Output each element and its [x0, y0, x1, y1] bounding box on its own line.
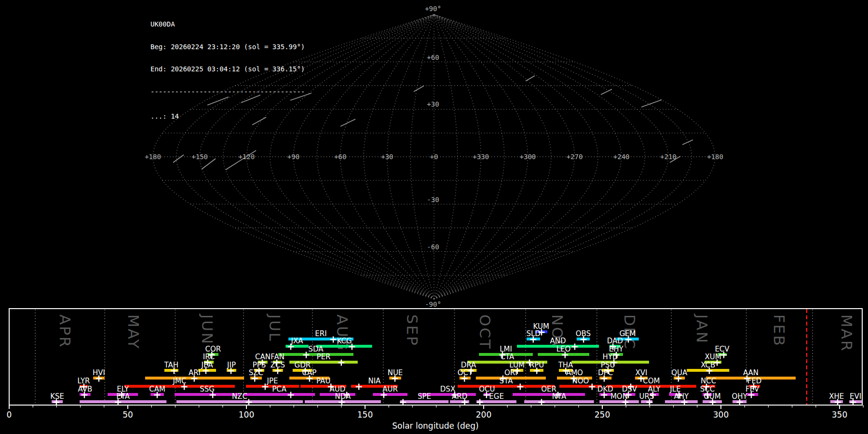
- meteor-streak: [414, 86, 424, 92]
- shower-label-NIA: NIA: [368, 377, 381, 385]
- info-header: UK00DA Beg: 20260224 23:12:20 (sol = 335…: [150, 6, 305, 128]
- equator-longitude-label: +150: [191, 153, 208, 161]
- axis-tick-label: 150: [357, 410, 373, 420]
- peak-marker-AND: [571, 344, 578, 350]
- shower-label-XHE: XHE: [829, 392, 844, 401]
- shower-label-QUA: QUA: [671, 368, 688, 377]
- month-label-sep: SEP: [404, 314, 421, 347]
- shower-label-AAN: AAN: [743, 368, 759, 377]
- shower-label-FED: FED: [747, 377, 762, 385]
- latitude-label: -60: [427, 243, 439, 251]
- peak-marker-EGE: [477, 399, 483, 406]
- peak-marker-NIA: [356, 384, 362, 390]
- equator-longitude-label: +210: [660, 153, 677, 161]
- shower-label-DPC: DPC: [598, 368, 613, 377]
- meteor-streak: [340, 119, 355, 126]
- meteor-streak: [682, 140, 693, 145]
- shower-label-AHY: AHY: [674, 392, 689, 401]
- shower-label-STA: STA: [500, 377, 514, 385]
- month-label-feb: FEB: [771, 314, 788, 347]
- shower-label-EGE: EGE: [489, 392, 504, 401]
- shower-label-EVI: EVI: [850, 392, 861, 401]
- month-label-oct: OCT: [476, 314, 494, 350]
- equator-longitude-label: +180: [145, 153, 161, 161]
- shower-label-XUM: XUM: [705, 353, 721, 361]
- shower-label-JPE: JPE: [267, 377, 278, 385]
- axis-tick-label: 50: [122, 410, 133, 420]
- peak-marker-NTA: [539, 399, 545, 406]
- axis-tick-label: 350: [832, 410, 847, 420]
- meteor-streak: [641, 100, 662, 107]
- shower-label-FAN: FAN: [271, 353, 285, 361]
- shower-label-NOO: NOO: [572, 377, 589, 385]
- begin-time-line: Beg: 20260224 23:12:20 (sol = 335.99°): [150, 43, 305, 51]
- month-label-jul: JUL: [266, 313, 284, 342]
- shower-label-AND: AND: [550, 337, 566, 345]
- activity-timeline: APRMAYJUNJULAUGSEPOCTNOVDECJANFEBMARKUME…: [7, 309, 864, 431]
- month-label-mar: MAR: [838, 314, 855, 353]
- equator-longitude-label: +240: [613, 153, 630, 161]
- peak-marker-NOO: [589, 384, 595, 390]
- peak-marker-PCA: [288, 392, 294, 398]
- shower-label-NTA: NTA: [552, 392, 567, 401]
- shower-label-DAD: DAD: [607, 337, 623, 345]
- shower-label-SZC: SZC: [249, 368, 263, 377]
- equator-longitude-label: +180: [707, 153, 723, 161]
- month-label-may: MAY: [125, 314, 142, 350]
- shower-label-HYD: HYD: [603, 353, 618, 361]
- shower-label-NZC: NZC: [232, 392, 247, 401]
- shower-label-AUR: AUR: [382, 385, 398, 393]
- latitude-label: +30: [427, 100, 439, 108]
- equator-longitude-label: +0: [430, 153, 438, 161]
- shower-label-URS: URS: [639, 392, 654, 401]
- shower-label-XCB: XCB: [701, 361, 715, 369]
- month-label-jan: JAN: [693, 313, 711, 344]
- peak-marker-STA: [517, 384, 523, 390]
- meteor-streak: [173, 155, 184, 163]
- equator-longitude-label: +90: [287, 153, 299, 161]
- peak-marker-SPE: [400, 399, 406, 406]
- equator-longitude-label: +300: [520, 153, 536, 161]
- station-id: UK00DA: [150, 21, 305, 28]
- shower-label-KCG: KCG: [337, 337, 352, 345]
- shower-label-ORI: ORI: [504, 368, 517, 377]
- meteor-count-line: ...: 14: [150, 113, 305, 121]
- shower-label-PCA: PCA: [272, 385, 287, 393]
- shower-label-ERI: ERI: [315, 329, 326, 338]
- axis-tick-label: 100: [239, 410, 254, 420]
- equator-longitude-label: +330: [473, 153, 489, 161]
- shower-label-JXA: JXA: [291, 337, 304, 345]
- equator-longitude-label: +270: [567, 153, 583, 161]
- peak-marker-PER: [338, 360, 344, 366]
- shower-label-LEO: LEO: [556, 345, 571, 353]
- axis-tick-label: 250: [595, 410, 610, 420]
- equator-longitude-label: +30: [381, 153, 393, 161]
- meteor-activity-figure: +180+150+120+90+60+30+0+330+300+270+240+…: [0, 0, 868, 434]
- equator-longitude-label: +60: [334, 153, 346, 161]
- latitude-label: +90°: [425, 5, 441, 13]
- latitude-label: -30: [427, 196, 439, 203]
- shower-label-NCC: NCC: [701, 377, 716, 385]
- shower-label-FEV: FEV: [746, 385, 760, 393]
- meteor-streak: [601, 89, 612, 95]
- shower-label-KSE: KSE: [50, 392, 64, 401]
- meteor-streak: [526, 76, 535, 81]
- shower-label-PER: PER: [316, 353, 330, 361]
- shower-label-AMO: AMO: [566, 368, 583, 377]
- month-label-jun: JUN: [199, 313, 216, 345]
- shower-label-CTA: CTA: [501, 353, 515, 361]
- shower-label-COM: COM: [643, 377, 660, 385]
- month-label-apr: APR: [56, 314, 74, 348]
- latitude-label: +60: [427, 54, 439, 61]
- shower-label-AVB: AVB: [78, 385, 92, 393]
- shower-label-SPE: SPE: [418, 392, 431, 401]
- shower-label-OCT: OCT: [458, 368, 473, 377]
- end-time-line: End: 20260225 03:04:12 (sol = 336.15°): [150, 66, 305, 73]
- shower-label-NDA: NDA: [335, 392, 352, 401]
- shower-label-IRC: IRC: [203, 353, 215, 361]
- shower-label-JEA: JEA: [201, 361, 214, 369]
- axis-tick-label: 200: [476, 410, 491, 420]
- latitude-label: -90°: [425, 300, 441, 308]
- separator-line: --------------------------------------: [150, 88, 305, 96]
- shower-label-TAH: TAH: [164, 361, 179, 369]
